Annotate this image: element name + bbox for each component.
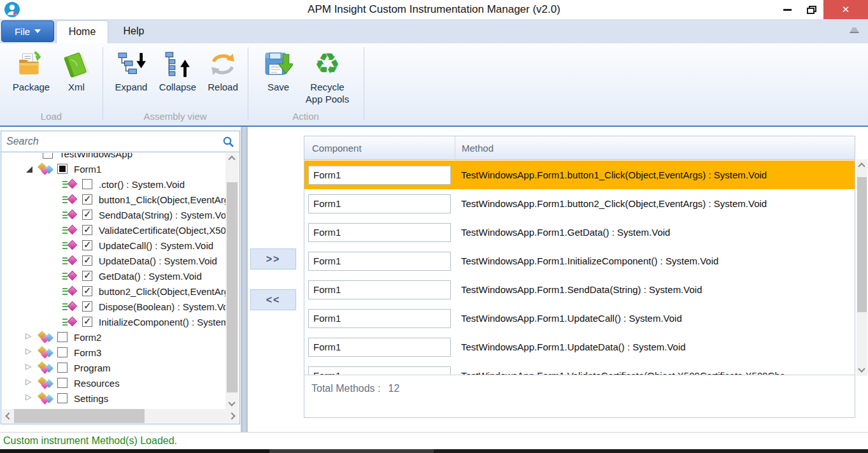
tree-item-checkbox[interactable] <box>82 255 92 266</box>
scroll-down-icon[interactable] <box>858 365 865 372</box>
restore-button[interactable] <box>799 0 823 19</box>
column-header-component[interactable]: Component <box>304 143 455 154</box>
component-input[interactable]: Form1 <box>308 252 451 271</box>
tree-item[interactable]: GetData() : System.Void <box>2 268 226 284</box>
tree-item-icon <box>62 178 78 191</box>
tree-item[interactable]: UpdateCall() : System.Void <box>2 238 226 253</box>
component-input[interactable]: Form1 <box>308 309 451 328</box>
table-row[interactable]: Form1 TestWindowsApp.Form1.button1_Click… <box>304 161 855 189</box>
add-methods-button[interactable]: >> <box>250 248 296 270</box>
scrollbar-thumb[interactable] <box>857 177 867 312</box>
tree-item[interactable]: .ctor() : System.Void <box>2 176 226 192</box>
tree-expander-icon[interactable] <box>25 364 34 372</box>
tree-expander-icon[interactable] <box>25 333 34 342</box>
table-row[interactable]: Form1 TestWindowsApp.Form1.UpdateData() … <box>304 333 855 361</box>
ribbon-tab-bar: File Home Help <box>0 19 868 43</box>
tree-item[interactable]: button1_Click(Object,EventArgs) : System… <box>2 192 226 207</box>
tree-item-checkbox[interactable] <box>82 225 92 235</box>
scroll-down-icon[interactable] <box>228 399 235 406</box>
tree-expander-icon[interactable] <box>25 394 34 403</box>
tree-item-icon <box>62 194 78 206</box>
table-row[interactable]: Form1 TestWindowsApp.Form1.GetData() : S… <box>304 218 855 247</box>
component-input[interactable]: Form1 <box>308 338 451 357</box>
tree-item-checkbox[interactable] <box>82 194 92 205</box>
xml-button[interactable]: Xml <box>59 47 94 93</box>
file-menu-button[interactable]: File <box>1 20 54 42</box>
tree-item[interactable]: Form3 <box>2 345 226 360</box>
tree-item[interactable]: Settings <box>2 391 226 406</box>
component-input[interactable]: Form1 <box>308 223 451 242</box>
tree-item-checkbox[interactable] <box>57 332 68 342</box>
tab-help[interactable]: Help <box>110 19 158 43</box>
table-row[interactable]: Form1 TestWindowsApp.Form1.InitializeCom… <box>304 247 855 275</box>
group-label-action: Action <box>248 111 364 124</box>
table-row[interactable]: Form1 TestWindowsApp.Form1.button2_Click… <box>304 189 855 218</box>
tree-item-checkbox[interactable] <box>82 210 92 220</box>
save-button[interactable]: Save <box>260 47 297 93</box>
tree-item[interactable]: UpdateData() : System.Void <box>2 253 226 268</box>
tree-expander-icon[interactable] <box>25 165 34 173</box>
tree-item-icon <box>62 209 78 221</box>
reload-button[interactable]: Reload <box>201 47 245 93</box>
method-cell: TestWindowsApp.Form1.UpdateData() : Syst… <box>455 342 686 352</box>
table-vertical-scrollbar[interactable] <box>857 159 867 376</box>
scroll-right-icon[interactable] <box>228 412 235 419</box>
tree-item[interactable]: button2_Click(Object,EventArgs) : System… <box>2 284 226 299</box>
tree-item[interactable]: TestWindowsApp <box>2 153 226 161</box>
scroll-left-icon[interactable] <box>5 412 12 419</box>
tree-item-checkbox[interactable] <box>57 378 68 388</box>
tree-vertical-scrollbar[interactable] <box>225 153 239 409</box>
tree-item-checkbox[interactable] <box>82 271 92 281</box>
search-icon[interactable] <box>222 136 234 148</box>
assembly-tree[interactable]: TestWindowsApp Form1 <box>2 153 226 409</box>
tree-expander-icon[interactable] <box>25 379 34 387</box>
scroll-up-icon[interactable] <box>858 162 865 169</box>
tree-item[interactable]: Form1 <box>2 161 226 176</box>
tree-item-checkbox[interactable] <box>82 179 92 189</box>
search-input[interactable] <box>1 131 239 152</box>
minimize-button[interactable] <box>775 0 799 19</box>
tree-item[interactable]: Dispose(Boolean) : System.Void <box>2 299 226 314</box>
tree-item-checkbox[interactable] <box>57 363 68 373</box>
recycle-app-pools-button[interactable]: ♻ Recycle App Pools <box>299 47 355 105</box>
tree-item-checkbox[interactable] <box>43 153 53 159</box>
column-header-method[interactable]: Method <box>455 136 855 159</box>
remove-methods-button[interactable]: << <box>250 289 296 310</box>
tree-item[interactable]: Form2 <box>2 329 226 345</box>
tree-item-checkbox[interactable] <box>82 301 92 312</box>
tree-item[interactable]: Resources <box>2 375 226 391</box>
tree-item[interactable]: Program <box>2 360 226 375</box>
expand-button[interactable]: Expand <box>109 47 153 93</box>
tree-horizontal-scrollbar[interactable] <box>2 409 239 423</box>
table-row[interactable]: Form1 TestWindowsApp.Form1.ValidateCerti… <box>304 361 855 375</box>
panel-splitter[interactable] <box>241 127 248 432</box>
tree-item-checkbox[interactable] <box>82 240 92 250</box>
tree-item[interactable]: InitializeComponent() : System.Void <box>2 314 226 329</box>
scrollbar-thumb[interactable] <box>227 182 238 392</box>
scrollbar-thumb[interactable] <box>14 409 145 423</box>
component-input[interactable]: Form1 <box>308 166 451 185</box>
chevron-down-icon <box>34 29 41 33</box>
tree-item-checkbox[interactable] <box>82 317 92 327</box>
tree-item[interactable]: ValidateCertificate(Object,X509Certifica… <box>2 222 226 238</box>
component-input[interactable]: Form1 <box>308 194 451 213</box>
close-button[interactable]: ✕ <box>823 0 868 19</box>
collapse-ribbon-icon[interactable] <box>850 27 859 33</box>
tree-item-checkbox[interactable] <box>82 286 92 296</box>
component-input[interactable]: Form1 <box>308 280 451 299</box>
tree-item-checkbox[interactable] <box>57 347 68 357</box>
tab-home[interactable]: Home <box>56 20 108 43</box>
component-input[interactable]: Form1 <box>308 366 451 376</box>
tree-item-checkbox[interactable] <box>57 164 68 174</box>
scroll-up-icon[interactable] <box>228 155 235 162</box>
methods-table-body[interactable]: Form1 TestWindowsApp.Form1.button1_Click… <box>304 161 855 375</box>
table-row[interactable]: Form1 TestWindowsApp.Form1.SendData(Stri… <box>304 275 855 304</box>
tree-item-checkbox[interactable] <box>57 393 68 403</box>
tree-expander-icon[interactable] <box>25 349 34 357</box>
xml-book-icon <box>62 47 91 80</box>
tree-item[interactable]: SendData(String) : System.Void <box>2 207 226 222</box>
table-row[interactable]: Form1 TestWindowsApp.Form1.UpdateCall() … <box>304 304 855 333</box>
package-button[interactable]: Package <box>5 47 57 93</box>
collapse-button[interactable]: Collapse <box>155 47 201 93</box>
tree-item-label: Settings <box>74 393 108 404</box>
